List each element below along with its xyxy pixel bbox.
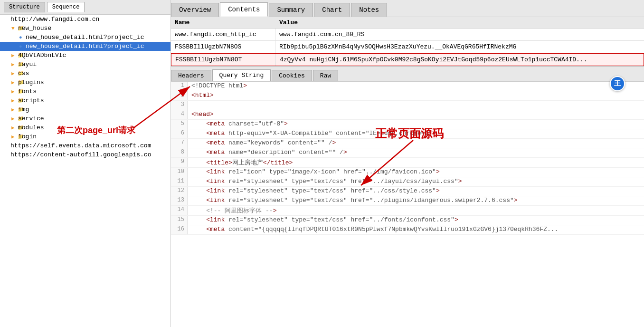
table-row[interactable]: FSSBBIllUgzbN7N8OT4zQyVv4_nuHgiCNj.6lM6S… (171, 53, 644, 66)
line-content: <title>网上房地产</title> (188, 158, 296, 167)
tree-item-icon: ▶ 📁 (11, 106, 18, 113)
tree-item-icon: ▶ 📁 (11, 52, 18, 58)
tab-notes[interactable]: Notes (351, 3, 387, 17)
line-number: 2 (171, 91, 188, 100)
code-line: 1<!DOCTYPE html> (171, 82, 644, 91)
tree-item-icon: ▶ 📁 (11, 115, 18, 122)
table-row[interactable]: www.fangdi.com_http_icwww.fangdi.com.cn_… (171, 29, 644, 41)
line-number: 5 (171, 120, 188, 129)
tree-item[interactable]: ▶ 📁 css (0, 69, 170, 78)
tab-sequence[interactable]: Sequence (47, 2, 85, 12)
tab-structure[interactable]: Structure (4, 2, 45, 12)
tree-item-label: new_house (18, 25, 51, 32)
tree-item[interactable]: ▶ 📁 4QbVtADbnLVIc (0, 51, 170, 60)
line-number: 9 (171, 158, 188, 167)
table-cell-value: www.fangdi.com.cn_80_RS (275, 29, 644, 40)
code-line: 8 <meta name="description" content="" /> (171, 148, 644, 158)
tree-item[interactable]: ● new_house_detail.html?project_ic (0, 33, 170, 42)
code-line: 3 (171, 101, 644, 110)
table-row[interactable]: FSSBBIllUgzbN7N8OSRIb9pibu5plBGzXMnB4qNy… (171, 41, 644, 53)
tree-item-label: layui (18, 61, 37, 68)
tab-raw[interactable]: Raw (313, 70, 338, 81)
line-content: <!-- 阿里图标字体 --> (188, 206, 280, 215)
tree-item-label: https://self.events.data.microsoft.com (10, 142, 151, 149)
tab-contents[interactable]: Contents (220, 2, 268, 17)
code-line: 14 <!-- 阿里图标字体 --> (171, 206, 644, 216)
tree-item-label: new_house_detail.html?project_ic (26, 43, 144, 50)
code-line: 5 <meta charset="utf-8"> (171, 120, 644, 129)
line-content: <head> (188, 110, 218, 119)
table-cell-name: FSSBBIllUgzbN7N8OT (171, 54, 276, 66)
line-number: 1 (171, 82, 188, 91)
col-name-header: Name (175, 19, 279, 26)
line-content: <link rel="icon" type="image/x-icon" hre… (188, 168, 444, 177)
tree-item-label: modules (18, 124, 44, 131)
tab-query-string[interactable]: Query String (212, 69, 271, 81)
line-content: <link rel="stylesheet" type="text/css" h… (188, 177, 466, 186)
tab-overview[interactable]: Overview (171, 3, 219, 17)
table-cell-name: www.fangdi.com_http_ic (171, 29, 275, 40)
line-content: <meta charset="utf-8"> (188, 120, 292, 129)
code-line: 12 <link rel="stylesheet" type="text/css… (171, 187, 644, 196)
tree-item-label: plugins (18, 79, 44, 86)
tree-item[interactable]: ▶ 📁 modules (0, 123, 170, 132)
tree-item[interactable]: ▶ 📁 fonts (0, 87, 170, 96)
tree-item-label: fonts (18, 88, 37, 95)
table-cell-value: 4zQyVv4_nuHgiCNj.6lM6SpuXfpOCvk0M92c8gSo… (276, 54, 644, 66)
line-number: 7 (171, 139, 188, 148)
tab-chart[interactable]: Chart (314, 3, 350, 17)
line-content: <meta name="keywords" content="" /> (188, 139, 340, 148)
code-area[interactable]: 1<!DOCTYPE html>2<html>34<head>5 <meta c… (171, 82, 644, 327)
line-number: 13 (171, 196, 188, 205)
tree-item-label: service (18, 115, 44, 122)
table-cell-name: FSSBBIllUgzbN7N8OS (171, 41, 275, 53)
tree-item[interactable]: ▶ 📁 img (0, 105, 170, 114)
tab-headers[interactable]: Headers (171, 70, 211, 81)
tree-item-label: img (18, 106, 29, 113)
code-line: 9 <title>网上房地产</title> (171, 158, 644, 168)
line-number: 10 (171, 168, 188, 177)
tree-item-icon: ▶ 📁 (11, 61, 18, 67)
tree-item-icon: ▶ 📁 (11, 134, 18, 140)
tree-item[interactable]: http://www.fangdi.com.cn (0, 15, 170, 24)
tree-item-icon: ● (19, 44, 26, 49)
code-line: 15 <link rel="stylesheet" type="text/css… (171, 216, 644, 225)
line-content: <html> (188, 91, 218, 100)
tree-item[interactable]: https://self.events.data.microsoft.com (0, 141, 170, 150)
table-body: www.fangdi.com_http_icwww.fangdi.com.cn_… (171, 29, 644, 67)
tree-item-icon: ▶ 📁 (11, 88, 18, 95)
top-tabs: Overview Contents Summary Chart Notes (171, 0, 644, 17)
tab-cookies[interactable]: Cookies (272, 70, 312, 81)
code-line: 7 <meta name="keywords" content="" /> (171, 139, 644, 148)
tree-item[interactable]: ▶ 📁 scripts (0, 96, 170, 105)
tab-summary[interactable]: Summary (269, 3, 313, 17)
left-panel-tabs: Structure Sequence (0, 0, 170, 15)
tree-item-icon: ▶ 📁 (11, 125, 18, 131)
tree-item-label: scripts (18, 97, 44, 104)
table-header: Name Value (171, 17, 644, 29)
line-content: <link rel="stylesheet" type="text/css" h… (188, 196, 521, 205)
content-area: Name Value www.fangdi.com_http_icwww.fan… (171, 17, 644, 327)
line-number: 6 (171, 129, 188, 138)
bottom-tabs: Headers Query String Cookies Raw (171, 67, 644, 82)
code-line: 2<html> (171, 91, 644, 101)
tree-item[interactable]: ▶ 📁 login (0, 132, 170, 141)
tree-item-label: http://www.fangdi.com.cn (10, 16, 99, 23)
line-number: 4 (171, 110, 188, 119)
tree-item[interactable]: ▶ 📁 service (0, 114, 170, 123)
tree-item[interactable]: ▶ 📁 layui (0, 60, 170, 69)
tree-item-label: css (18, 70, 29, 77)
code-line: 10 <link rel="icon" type="image/x-icon" … (171, 168, 644, 177)
tree-item[interactable]: ▶ 📁 plugins (0, 78, 170, 87)
code-line: 16 <meta content="{qqqqq{llnqfDPQRtUT016… (171, 225, 644, 235)
line-content: <!DOCTYPE html> (188, 82, 251, 91)
tree-item-label: https://content-autofill.googleapis.co (10, 151, 151, 158)
tree-item[interactable]: ▼ 📁 new_house (0, 24, 170, 33)
avatar: 王 (610, 76, 625, 91)
line-content: <meta name="description" content="" /> (188, 148, 351, 157)
tree-item-icon: ▶ 📁 (11, 79, 18, 86)
left-panel: Structure Sequence http://www.fangdi.com… (0, 0, 171, 327)
tree-item[interactable]: https://content-autofill.googleapis.co (0, 150, 170, 159)
tree-item[interactable]: ● new_house_detail.html?project_ic (0, 42, 170, 51)
line-number: 15 (171, 216, 188, 225)
